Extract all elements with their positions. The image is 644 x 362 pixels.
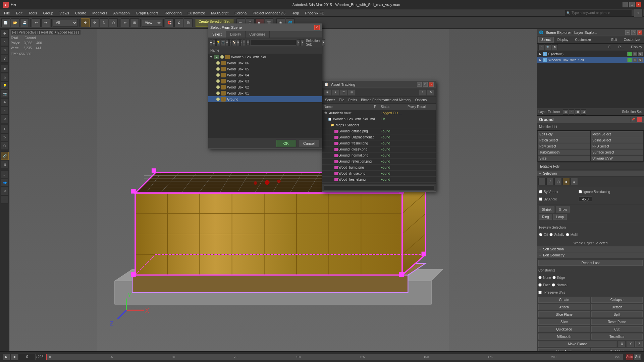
menu-animation[interactable]: Animation	[111, 10, 132, 16]
cut-btn[interactable]: Cut	[591, 326, 643, 332]
at-refresh-btn[interactable]: ↻	[427, 89, 434, 96]
sel-element-btn[interactable]: ◈	[571, 178, 578, 185]
at-ground-reflection[interactable]: Ground_reflection.png Found	[322, 159, 436, 165]
menu-customize[interactable]: Customize	[185, 10, 208, 16]
close-button[interactable]: ✕	[636, 2, 641, 7]
by-angle-input[interactable]	[579, 196, 592, 202]
se-footer-btn2[interactable]: ≡	[569, 109, 574, 115]
layer-display-btn[interactable]: 👁	[638, 52, 643, 56]
y-btn[interactable]: Y	[627, 341, 634, 347]
dt-grid-btn[interactable]: ⊞	[237, 39, 240, 46]
layer-display-btn-2[interactable]: 👁	[638, 58, 643, 62]
stack-item[interactable]: Editable Poly	[538, 163, 643, 170]
lt-helpers-btn[interactable]: ⊕	[1, 98, 9, 106]
lt-rotate-btn[interactable]: ↻	[1, 133, 9, 141]
lt-populate-btn[interactable]: 👥	[1, 179, 9, 187]
view-align-btn[interactable]: View Align	[538, 348, 590, 351]
view-dropdown[interactable]: View	[142, 19, 162, 26]
at-bitmap-menu[interactable]: Bitmap Performance and Memory	[360, 98, 413, 102]
lt-rect-select-btn[interactable]: □	[1, 46, 9, 54]
at-server-menu[interactable]: Server	[324, 98, 336, 102]
create-btn[interactable]: Create	[538, 297, 590, 303]
dt-clear-btn[interactable]: ✕	[297, 39, 300, 46]
collapse-btn[interactable]: Collapse	[591, 297, 643, 303]
dt-wood03[interactable]: ○ Wood_Box_03	[208, 78, 322, 84]
ring-btn[interactable]: Ring	[539, 214, 552, 220]
lt-space-warps-btn[interactable]: ≈	[1, 107, 9, 115]
se-tab-display[interactable]: Display	[554, 37, 572, 43]
dt-ground[interactable]: ○ Ground	[208, 96, 322, 102]
quick-slice-btn[interactable]: QuickSlice	[538, 326, 590, 332]
move-btn[interactable]: ✛	[90, 18, 99, 27]
rotate-btn[interactable]: ↻	[100, 18, 108, 27]
at-ground-diffuse[interactable]: Ground_diffuse.png Found	[322, 128, 436, 134]
at-file-menu[interactable]: File	[337, 98, 345, 102]
tessellate-btn[interactable]: Tessellate	[591, 334, 643, 340]
se-footer-btn3[interactable]: ☰	[575, 109, 580, 115]
ffd-select-btn[interactable]: FFD Select	[591, 143, 643, 149]
layer-render-btn[interactable]: ☀	[633, 52, 637, 56]
at-ground-displacement[interactable]: Ground_Displacement.png Found	[322, 134, 436, 140]
menu-file[interactable]: File	[11, 3, 16, 6]
lt-lights-btn[interactable]: 💡	[1, 81, 9, 89]
preview-subdiv-radio[interactable]	[549, 233, 553, 236]
grow-btn[interactable]: Grow	[556, 206, 570, 213]
se-tab-customize[interactable]: Customize	[572, 37, 594, 43]
spline-select-btn[interactable]: SplineSelect	[591, 137, 643, 143]
mirror-btn[interactable]: ⇔	[121, 18, 129, 27]
scale-btn[interactable]: ⬡	[109, 18, 118, 27]
align-btn[interactable]: ⊞	[130, 18, 139, 27]
sel-border-btn[interactable]: ⬡	[554, 178, 562, 185]
dialog-search-input[interactable]	[250, 40, 296, 46]
snap-toggle-btn[interactable]: 🧲	[165, 18, 174, 27]
at-tb-3[interactable]: ☰	[340, 89, 347, 96]
dt-shape-btn[interactable]: △	[213, 39, 216, 46]
undo-btn[interactable]: ↩	[32, 18, 41, 27]
at-options-menu[interactable]: Options	[414, 98, 428, 102]
repeat-last-btn[interactable]: Repeat Last	[538, 260, 643, 266]
dt-xref-btn[interactable]: X	[243, 39, 245, 46]
stop-btn[interactable]: ■	[11, 353, 18, 361]
dt-point-btn[interactable]: ·	[240, 39, 242, 46]
lt-systems-btn[interactable]: ⚙	[1, 115, 9, 123]
by-vertex-checkbox[interactable]	[539, 190, 542, 193]
by-angle-checkbox[interactable]	[539, 197, 542, 201]
menu-graph-editors[interactable]: Graph Editors	[133, 10, 161, 16]
dt-warp-btn[interactable]: ≈	[229, 39, 231, 46]
dialog-close-btn[interactable]: ✕	[314, 25, 320, 30]
at-wood-bump[interactable]: Wood_bump.png Found	[322, 165, 436, 171]
shrink-btn[interactable]: Shrink	[539, 206, 554, 213]
menu-project-manager[interactable]: Project Manager v.3	[250, 10, 288, 16]
detach-btn[interactable]: Detach	[591, 304, 643, 310]
at-tb-4[interactable]: ⊟	[348, 89, 355, 96]
ok-btn[interactable]: OK	[276, 140, 296, 147]
menu-group[interactable]: Group	[40, 10, 56, 16]
lt-unlink-btn[interactable]: ⛓	[1, 160, 9, 168]
mesh-select-btn[interactable]: Mesh Select	[591, 131, 643, 137]
dt-light-btn[interactable]: 💡	[216, 39, 220, 46]
dt-helper-btn[interactable]: ⊕	[226, 39, 229, 46]
dialog-header[interactable]: Select From Scene ✕	[208, 24, 322, 31]
dt-wood05[interactable]: ○ Wood_Box_05	[208, 66, 322, 72]
unwrap-uvw-btn[interactable]: Unwrap UVW	[591, 156, 643, 161]
at-ground-normal[interactable]: Ground_normal.png Found	[322, 153, 436, 159]
dialog-tab-display[interactable]: Display	[226, 31, 246, 38]
at-paths-menu[interactable]: Paths	[347, 98, 359, 102]
auto-key-btn[interactable]: Auto	[626, 353, 633, 361]
play-btn[interactable]: ▶	[3, 353, 10, 361]
soft-selection-header[interactable]: + Soft Selection	[537, 246, 644, 252]
make-planar-btn[interactable]: Make Planar	[538, 341, 616, 347]
new-btn[interactable]: 📄	[1, 18, 10, 27]
reset-plane-btn[interactable]: Reset Plane	[591, 319, 643, 325]
menu-edit[interactable]: Edit	[13, 10, 25, 16]
se-close-btn[interactable]: ✕	[637, 30, 642, 35]
lt-pointer-btn[interactable]: ↖	[1, 38, 9, 46]
edit-geometry-header[interactable]: − Edit Geometry	[537, 252, 644, 258]
patch-select-btn[interactable]: Patch Select	[538, 137, 590, 143]
poly-select-btn[interactable]: Poly Select	[538, 143, 590, 149]
angle-snap-btn[interactable]: ∠	[174, 18, 183, 27]
filter-dropdown[interactable]: All Geometry Lights	[53, 19, 78, 26]
menu-corona[interactable]: Corona	[232, 10, 249, 16]
lt-link-btn[interactable]: 🔗	[1, 152, 9, 160]
menu-maxscript[interactable]: MAXScript	[208, 10, 231, 16]
